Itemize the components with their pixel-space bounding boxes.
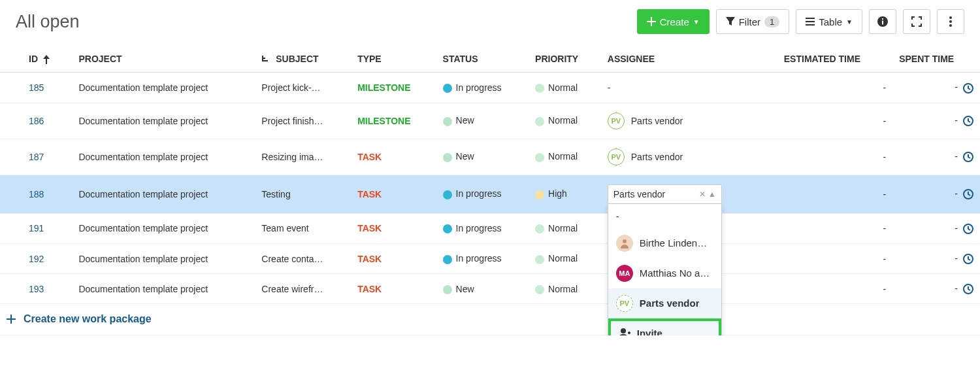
spent-time: -	[955, 115, 958, 126]
subject[interactable]: Resizing ima…	[261, 152, 323, 162]
priority-dot	[535, 190, 544, 199]
svg-rect-5	[882, 18, 883, 20]
table-row[interactable]: 193Documentation template projectCreate …	[0, 274, 980, 304]
create-wp-row[interactable]: Create new work package	[0, 304, 980, 335]
work-packages-table: ID PROJECT SUBJECT TYPE STATUS PRIORITY …	[0, 46, 980, 335]
project-name: Documentation template project	[78, 189, 208, 199]
assignee-input[interactable]: Parts vendor✕▲	[608, 184, 722, 204]
spent-time: -	[955, 253, 958, 264]
avatar-pv: PV	[608, 112, 625, 129]
assignee-dropdown[interactable]: Parts vendor✕▲-Birthe Linden…MAMatthias …	[608, 184, 771, 204]
col-priority-header[interactable]: PRIORITY	[529, 46, 601, 73]
chevron-up-icon[interactable]: ▲	[708, 190, 716, 199]
create-button-label: Create	[660, 16, 689, 27]
assignee-cell[interactable]: PVParts vendor	[608, 112, 683, 129]
wp-id-link[interactable]: 188	[29, 189, 44, 199]
assignee-option[interactable]: Birthe Linden…	[608, 228, 721, 258]
avatar-user	[616, 235, 633, 252]
create-button[interactable]: Create ▼	[637, 9, 710, 34]
subject[interactable]: Project finish…	[261, 116, 323, 126]
table-row[interactable]: 188Documentation template projectTesting…	[0, 175, 980, 213]
kebab-icon	[949, 16, 952, 27]
assignee-cell[interactable]: PVParts vendor	[608, 148, 683, 165]
assignee-option[interactable]: PVParts vendor	[608, 288, 721, 318]
filter-count-badge: 1	[764, 16, 779, 27]
table-row[interactable]: 186Documentation template projectProject…	[0, 103, 980, 139]
priority-label: Normal	[548, 151, 578, 162]
subject[interactable]: Project kick-…	[261, 82, 320, 93]
status-label: In progress	[456, 223, 502, 233]
wp-id-link[interactable]: 187	[29, 152, 44, 162]
priority-dot	[535, 117, 544, 126]
wp-id-link[interactable]: 193	[29, 284, 44, 294]
priority-dot	[535, 255, 544, 264]
table-row[interactable]: 191Documentation template projectTeam ev…	[0, 213, 980, 243]
col-estimated-header[interactable]: ESTIMATED TIME	[777, 46, 892, 73]
more-button[interactable]	[937, 9, 964, 34]
assignee-label[interactable]: -	[608, 82, 611, 93]
invite-option[interactable]: Invite	[608, 318, 721, 336]
view-mode-label: Table	[819, 16, 842, 27]
col-assignee-header[interactable]: ASSIGNEE	[601, 46, 777, 73]
clock-icon[interactable]	[963, 152, 973, 162]
create-wp-link[interactable]: Create new work package	[7, 313, 152, 325]
assignee-option[interactable]: MAMatthias No a…	[608, 258, 721, 288]
table-row[interactable]: 185Documentation template projectProject…	[0, 73, 980, 103]
priority-dot	[535, 224, 544, 233]
view-mode-button[interactable]: Table ▼	[796, 9, 862, 34]
priority-dot	[535, 285, 544, 294]
hierarchy-icon	[261, 56, 269, 63]
priority-label: Normal	[548, 115, 578, 126]
type-label: TASK	[357, 189, 382, 199]
col-subject-header[interactable]: SUBJECT	[255, 46, 351, 73]
col-project-header[interactable]: PROJECT	[72, 46, 255, 73]
svg-point-13	[621, 328, 626, 333]
wp-id-link[interactable]: 192	[29, 254, 44, 264]
assignee-label: Parts vendor	[631, 116, 683, 126]
priority-dot	[535, 84, 544, 93]
fullscreen-button[interactable]	[903, 9, 930, 34]
project-name: Documentation template project	[78, 152, 208, 162]
table-row[interactable]: 192Documentation template projectCreate …	[0, 243, 980, 273]
estimated-time: -	[883, 223, 887, 233]
status-label: In progress	[456, 82, 502, 93]
estimated-time: -	[883, 284, 887, 294]
subject[interactable]: Create wirefr…	[261, 284, 323, 294]
spent-time: -	[955, 283, 958, 294]
clear-icon[interactable]: ✕	[699, 190, 706, 199]
status-dot	[443, 255, 452, 264]
type-label: MILESTONE	[357, 82, 410, 93]
col-id-header[interactable]: ID	[0, 46, 72, 73]
assignee-dropdown-list: -Birthe Linden…MAMatthias No a…PVParts v…	[608, 204, 722, 336]
estimated-time: -	[883, 254, 887, 264]
spent-time: -	[955, 223, 958, 233]
clock-icon[interactable]	[963, 83, 973, 94]
subject[interactable]: Create conta…	[261, 254, 323, 264]
col-type-header[interactable]: TYPE	[351, 46, 436, 73]
wp-id-link[interactable]: 185	[29, 82, 44, 93]
invite-icon	[619, 328, 630, 335]
clock-icon[interactable]	[963, 254, 973, 264]
col-status-header[interactable]: STATUS	[436, 46, 529, 73]
priority-label: Normal	[548, 284, 578, 294]
wp-id-link[interactable]: 186	[29, 116, 44, 126]
assignee-option-label: Matthias No a…	[640, 267, 710, 279]
type-label: TASK	[357, 152, 382, 162]
plus-icon	[647, 17, 656, 26]
info-icon	[877, 16, 889, 27]
assignee-option[interactable]: -	[608, 204, 721, 228]
info-button[interactable]	[869, 9, 896, 34]
clock-icon[interactable]	[963, 284, 973, 294]
status-label: New	[456, 115, 474, 126]
subject[interactable]: Team event	[261, 223, 308, 233]
status-label: New	[456, 284, 474, 294]
clock-icon[interactable]	[963, 224, 973, 234]
col-spent-header[interactable]: SPENT TIME	[892, 46, 980, 73]
subject[interactable]: Testing	[261, 189, 290, 199]
table-row[interactable]: 187Documentation template projectResizin…	[0, 139, 980, 175]
filter-button[interactable]: Filter 1	[716, 9, 790, 34]
svg-rect-1	[806, 21, 815, 22]
clock-icon[interactable]	[963, 189, 973, 199]
wp-id-link[interactable]: 191	[29, 223, 44, 233]
clock-icon[interactable]	[963, 116, 973, 126]
